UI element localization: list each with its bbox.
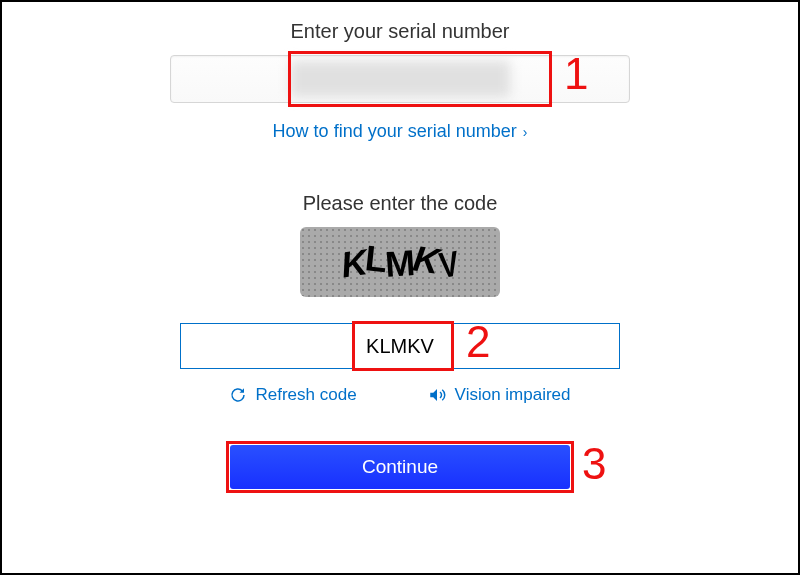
annotation-number-3: 3 [582, 439, 606, 489]
redacted-serial [290, 61, 510, 97]
audio-icon [427, 386, 447, 404]
captcha-image-text: KLMKV [341, 241, 459, 283]
captcha-image: KLMKV [300, 227, 500, 297]
refresh-code-button[interactable]: Refresh code [229, 385, 356, 405]
captcha-helpers: Refresh code Vision impaired [229, 385, 570, 405]
continue-wrap: Continue 3 [230, 445, 570, 489]
serial-label: Enter your serial number [291, 20, 510, 43]
refresh-icon [229, 386, 247, 404]
continue-button[interactable]: Continue [230, 445, 570, 489]
refresh-code-label: Refresh code [255, 385, 356, 405]
vision-impaired-button[interactable]: Vision impaired [427, 385, 571, 405]
find-serial-link[interactable]: How to find your serial number › [273, 121, 528, 142]
find-serial-link-text: How to find your serial number [273, 121, 517, 142]
vision-impaired-label: Vision impaired [455, 385, 571, 405]
code-input-wrap: 2 [180, 323, 620, 369]
code-input[interactable] [180, 323, 620, 369]
chevron-right-icon: › [523, 124, 528, 140]
captcha-label: Please enter the code [303, 192, 498, 215]
serial-input-wrap: 1 [170, 55, 630, 103]
